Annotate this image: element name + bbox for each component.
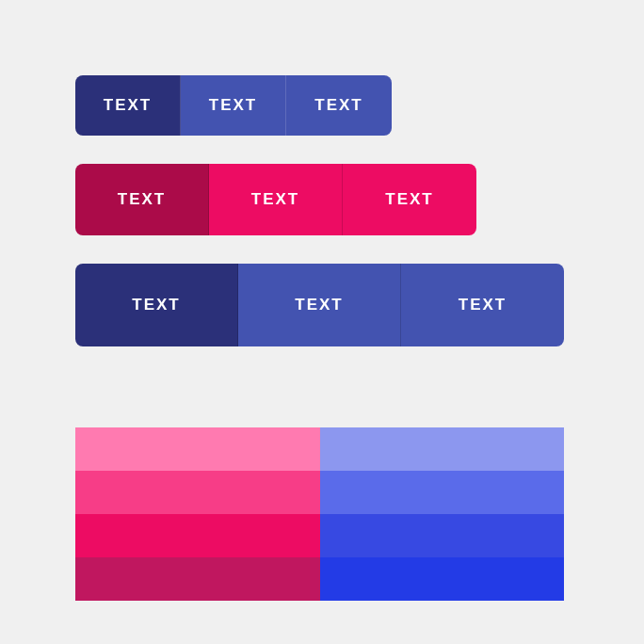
button-group-small: TEXT TEXT TEXT [75,75,392,136]
button-small-3[interactable]: TEXT [286,75,392,136]
swatch-pink-4 [75,557,320,601]
button-medium-3[interactable]: TEXT [343,164,476,235]
button-large-1[interactable]: TEXT [75,264,238,346]
palette-column-pink [75,427,320,601]
swatch-pink-3 [75,514,320,557]
palette-column-blue [320,427,565,601]
button-large-2[interactable]: TEXT [238,264,401,346]
swatch-pink-1 [75,427,320,471]
button-medium-1[interactable]: TEXT [75,164,209,235]
swatch-blue-2 [320,471,565,514]
button-large-3[interactable]: TEXT [401,264,564,346]
button-small-1[interactable]: TEXT [75,75,181,136]
button-small-2[interactable]: TEXT [181,75,286,136]
swatch-blue-3 [320,514,565,557]
swatch-pink-2 [75,471,320,514]
button-medium-2[interactable]: TEXT [209,164,343,235]
swatch-blue-4 [320,557,565,601]
color-palette [75,427,564,601]
swatch-blue-1 [320,427,565,471]
button-group-medium: TEXT TEXT TEXT [75,164,476,235]
button-group-large: TEXT TEXT TEXT [75,264,564,346]
